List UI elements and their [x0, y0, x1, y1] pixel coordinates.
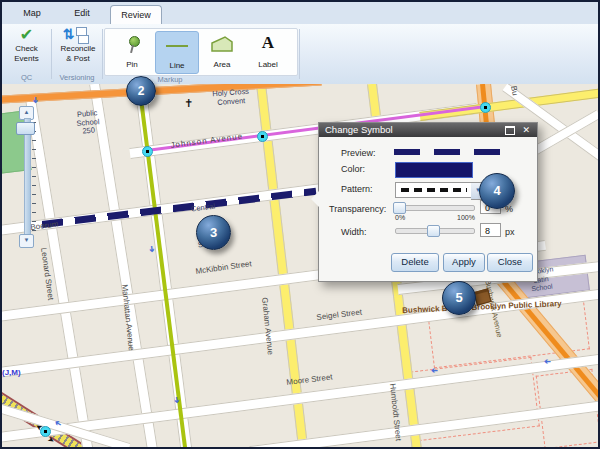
transparency-max-label: 100%: [457, 214, 475, 221]
vertex-dot[interactable]: [257, 131, 268, 142]
pin-tool-label: Pin: [111, 60, 153, 69]
transparency-min-label: 0%: [395, 214, 405, 221]
ribbon-separator: [51, 29, 52, 79]
check-events-label: Check Events: [4, 44, 49, 63]
delete-button[interactable]: Delete: [391, 253, 439, 272]
oneway-arrow-icon: ➔: [147, 245, 156, 253]
color-swatch[interactable]: [395, 162, 473, 178]
area-icon: [210, 36, 234, 53]
color-label: Color:: [341, 164, 365, 174]
dialog-callout-pointer: [311, 191, 319, 207]
vertex-dot[interactable]: [142, 146, 153, 157]
ribbon-toolbar: ✔ Check Events QC ⇅ Reconcile & Post Ver…: [2, 24, 598, 85]
tab-map[interactable]: Map: [14, 2, 50, 24]
preview-dash: [394, 149, 420, 155]
maximize-icon[interactable]: [505, 126, 515, 135]
width-input[interactable]: 8: [480, 223, 501, 237]
label-holy-cross: Holy Cross Convent: [204, 87, 257, 108]
step-badge-3: 3: [196, 215, 231, 250]
oneway-arrow-icon: ➔: [31, 97, 39, 104]
group-label-versioning: Versioning: [52, 73, 102, 82]
label-central: Central: [191, 203, 216, 214]
apply-button[interactable]: Apply: [443, 253, 485, 272]
area-tool-label: Area: [201, 60, 243, 69]
label-public-school: Public School 250: [65, 108, 111, 137]
close-button[interactable]: Close: [487, 253, 533, 272]
street-orange-top: [2, 84, 322, 104]
transparency-label: Transparency:: [329, 204, 386, 214]
preview-dash: [434, 149, 460, 155]
application-window: Map Edit Review ✔ Check Events QC ⇅ Reco…: [0, 0, 600, 449]
line-tool-label: Line: [156, 61, 198, 70]
label-mckibbin: McKibbin Street: [195, 259, 252, 276]
pin-icon: [130, 45, 134, 53]
step-badge-4: 4: [479, 173, 515, 209]
reconcile-icon: ⇅: [54, 26, 102, 44]
dialog-title: Change Symbol: [325, 124, 393, 135]
line-icon: [166, 45, 188, 47]
label-a-icon: A: [247, 33, 289, 53]
width-unit: px: [505, 227, 515, 237]
width-label: Width:: [341, 227, 367, 237]
preview-label: Preview:: [341, 148, 376, 158]
ribbon-tab-strip: Map Edit Review: [2, 2, 598, 25]
reconcile-post-button[interactable]: ⇅ Reconcile & Post: [54, 26, 102, 72]
vertex-dot[interactable]: [480, 102, 491, 113]
tab-edit[interactable]: Edit: [64, 2, 100, 24]
width-slider-thumb[interactable]: [427, 225, 440, 237]
pattern-label: Pattern:: [341, 184, 373, 194]
markup-tool-panel: Pin Line Area A Label: [104, 28, 298, 76]
ribbon-separator: [102, 29, 103, 79]
check-events-button[interactable]: ✔ Check Events: [4, 26, 49, 72]
pin-tool-button[interactable]: Pin: [111, 31, 153, 72]
preview-dash: [474, 149, 500, 155]
label-tool-button[interactable]: A Label: [247, 31, 289, 72]
oneway-arrow-icon: ➔: [544, 357, 551, 365]
tab-review[interactable]: Review: [110, 5, 162, 25]
transparency-slider-thumb[interactable]: [393, 202, 406, 214]
ribbon-separator: [299, 29, 300, 79]
check-icon: ✔: [4, 26, 49, 44]
close-icon[interactable]: ✕: [522, 123, 530, 137]
oneway-arrow-icon: ➔: [431, 366, 438, 374]
pattern-dash-sample: [401, 188, 467, 192]
reconcile-post-label: Reconcile & Post: [54, 44, 102, 63]
zoom-slider-track[interactable]: [24, 118, 31, 238]
pattern-dropdown[interactable]: [395, 182, 473, 198]
oneway-arrow-icon: ➔: [172, 396, 181, 404]
step-badge-5: 5: [442, 281, 476, 315]
area-tool-button[interactable]: Area: [201, 31, 243, 72]
label-tool-label: Label: [247, 60, 289, 69]
label-graham: Graham Avenue: [260, 297, 275, 355]
transparency-slider-track[interactable]: [395, 205, 475, 211]
line-tool-button-selected[interactable]: Line: [155, 31, 199, 74]
label-subway-jm: (J,M): [2, 368, 21, 377]
church-cross-icon: ✝: [184, 97, 193, 110]
label-bu-partial: Bu: [509, 85, 520, 96]
dialog-title-bar[interactable]: Change Symbol ✕: [319, 123, 537, 137]
step-badge-2: 2: [126, 76, 156, 106]
zoom-slider-ticks: [32, 122, 36, 232]
zoom-out-button[interactable]: ▼: [19, 234, 34, 248]
group-label-qc: QC: [4, 73, 49, 82]
zoom-slider-thumb[interactable]: [16, 122, 35, 135]
